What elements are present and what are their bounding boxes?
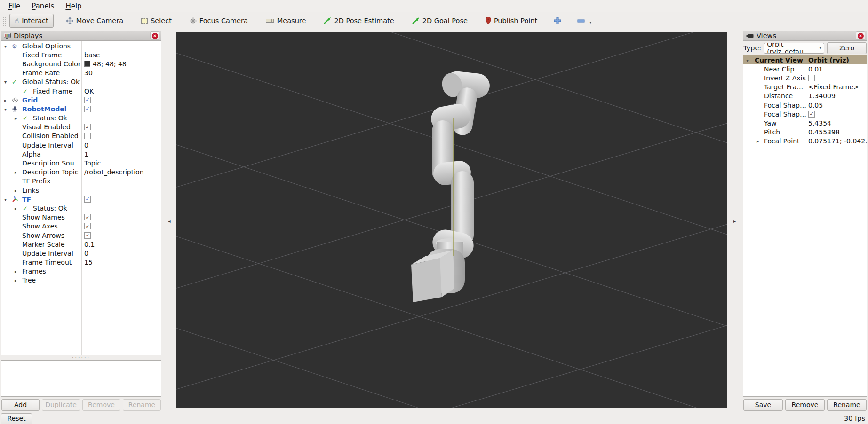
tree-row-distance[interactable]: Distance1.34009 bbox=[743, 92, 867, 101]
tool-2d-goal-pose[interactable]: 2D Goal Pose bbox=[407, 14, 473, 27]
expand-expander-icon[interactable]: ▸ bbox=[4, 97, 7, 102]
views-remove-button[interactable]: Remove bbox=[785, 399, 825, 411]
checkbox-tf[interactable]: ✓ bbox=[84, 196, 91, 203]
views-save-button[interactable]: Save bbox=[743, 399, 783, 411]
tree-row-target-fra[interactable]: Target Fra…<Fixed Frame> bbox=[743, 83, 867, 92]
tree-row-update-interval[interactable]: Update Interval0 bbox=[1, 249, 161, 258]
zoom-plus-button[interactable] bbox=[550, 14, 565, 27]
tree-row-robotmodel[interactable]: ▾RobotModel✓ bbox=[1, 104, 161, 113]
checkbox-visual-enabled[interactable]: ✓ bbox=[84, 124, 91, 130]
tree-row-frames[interactable]: ▸Frames bbox=[1, 267, 161, 276]
menu-help[interactable]: Help bbox=[61, 1, 86, 11]
tree-row-alpha[interactable]: Alpha1 bbox=[1, 149, 161, 158]
tool-measure[interactable]: Measure bbox=[261, 14, 311, 27]
property-label: Frames bbox=[22, 267, 46, 275]
tree-row-status-ok[interactable]: ▸✓Status: Ok bbox=[1, 114, 161, 123]
checkbox-grid[interactable]: ✓ bbox=[84, 97, 91, 103]
tree-row-frame-timeout[interactable]: Frame Timeout15 bbox=[1, 258, 161, 267]
tree-row-current-view[interactable]: ▾Current ViewOrbit (rviz) bbox=[743, 55, 867, 64]
tree-row-focal-shap[interactable]: Focal Shap…✓ bbox=[743, 110, 867, 118]
tree-row-focal-shap[interactable]: Focal Shap…0.05 bbox=[743, 101, 867, 110]
checkbox-invert-z-axis[interactable] bbox=[808, 75, 815, 81]
checkbox-collision-enabled[interactable] bbox=[84, 133, 91, 139]
checkbox-show-arrows[interactable]: ✓ bbox=[84, 232, 91, 239]
tree-row-visual-enabled[interactable]: Visual Enabled✓ bbox=[1, 123, 161, 132]
collapse-left-icon[interactable]: ◂ bbox=[168, 219, 170, 224]
view-type-dropdown[interactable]: Orbit (rviz_defau ▾ bbox=[764, 43, 824, 54]
expand-expander-icon[interactable]: ▸ bbox=[15, 205, 17, 211]
tree-row-marker-scale[interactable]: Marker Scale0.1 bbox=[1, 240, 161, 249]
tree-row-frame-rate[interactable]: Frame Rate30 bbox=[1, 69, 161, 78]
fps-counter: 30 fps bbox=[844, 415, 865, 422]
checkbox-show-names[interactable]: ✓ bbox=[84, 214, 91, 220]
collapse-expander-icon[interactable]: ▾ bbox=[4, 196, 7, 202]
views-close-button[interactable]: × bbox=[856, 31, 865, 40]
checkbox-robotmodel[interactable]: ✓ bbox=[84, 106, 91, 112]
check-icon: ✓ bbox=[23, 204, 28, 212]
expand-expander-icon[interactable]: ▸ bbox=[757, 139, 759, 144]
collapse-expander-icon[interactable]: ▾ bbox=[746, 57, 749, 63]
expand-expander-icon[interactable]: ▸ bbox=[15, 116, 17, 121]
views-rename-button[interactable]: Rename bbox=[827, 399, 867, 411]
property-value-cell: ✓ bbox=[84, 214, 91, 220]
property-value-cell: ✓ bbox=[84, 106, 91, 112]
tree-row-tree[interactable]: ▸Tree bbox=[1, 276, 161, 285]
tool-publish-point[interactable]: Publish Point bbox=[480, 14, 542, 27]
property-label: Grid bbox=[22, 96, 38, 104]
checkbox-show-axes[interactable]: ✓ bbox=[84, 223, 91, 229]
tree-row-links[interactable]: ▸Links bbox=[1, 186, 161, 195]
checkbox-focal-shap[interactable]: ✓ bbox=[808, 111, 815, 118]
tree-row-description-topic[interactable]: ▸Description Topic/robot_description bbox=[1, 168, 161, 177]
property-value-cell: /robot_description bbox=[84, 168, 144, 176]
tool-2d-pose-estimate[interactable]: 2D Pose Estimate bbox=[319, 14, 399, 27]
expand-expander-icon[interactable]: ▸ bbox=[15, 188, 17, 193]
tree-row-show-axes[interactable]: Show Axes✓ bbox=[1, 222, 161, 231]
toolbar-drag-handle[interactable] bbox=[3, 15, 7, 26]
right-splitter[interactable]: ▸ bbox=[727, 29, 742, 413]
zero-button[interactable]: Zero bbox=[827, 42, 867, 54]
expand-expander-icon[interactable]: ▸ bbox=[15, 278, 17, 283]
expand-expander-icon[interactable]: ▸ bbox=[15, 170, 17, 175]
tree-row-tf-prefix[interactable]: TF Prefix bbox=[1, 177, 161, 186]
tool-interact[interactable]: ☝Interact bbox=[9, 14, 54, 28]
tree-row-status-ok[interactable]: ▸✓Status: Ok bbox=[1, 204, 161, 212]
tree-row-pitch[interactable]: Pitch0.455398 bbox=[743, 128, 867, 137]
collapse-expander-icon[interactable]: ▾ bbox=[4, 106, 7, 111]
panel-splitter-handle[interactable]: ······ bbox=[1, 355, 161, 360]
tool-move-camera[interactable]: Move Camera bbox=[61, 14, 128, 27]
tree-row-near-clip[interactable]: Near Clip …0.01 bbox=[743, 64, 867, 73]
3d-viewport[interactable] bbox=[176, 32, 727, 408]
zoom-minus-button[interactable]: ▾ bbox=[573, 16, 589, 25]
tool-select[interactable]: Select bbox=[136, 14, 177, 27]
tree-row-show-arrows[interactable]: Show Arrows✓ bbox=[1, 231, 161, 240]
expand-expander-icon[interactable]: ▸ bbox=[15, 269, 17, 274]
collapse-right-icon[interactable]: ▸ bbox=[733, 219, 736, 224]
tree-row-collision-enabled[interactable]: Collision Enabled bbox=[1, 132, 161, 141]
displays-add-button[interactable]: Add bbox=[1, 399, 40, 411]
tree-row-global-options[interactable]: ▾⚙Global Options bbox=[1, 41, 161, 50]
tree-row-global-status-ok[interactable]: ▾✓Global Status: Ok bbox=[1, 78, 161, 86]
tool-focus-camera[interactable]: Focus Camera bbox=[184, 14, 253, 27]
collapse-expander-icon[interactable]: ▾ bbox=[4, 79, 7, 85]
property-value: 1 bbox=[84, 150, 88, 158]
tree-row-show-names[interactable]: Show Names✓ bbox=[1, 213, 161, 222]
tree-row-grid[interactable]: ▸Grid✓ bbox=[1, 95, 161, 104]
tree-row-focal-point[interactable]: ▸Focal Point0.075171; -0.042… bbox=[743, 137, 867, 146]
tree-row-tf[interactable]: ▾TF✓ bbox=[1, 195, 161, 204]
tree-row-fixed-frame[interactable]: ✓Fixed FrameOK bbox=[1, 86, 161, 95]
menu-panels[interactable]: Panels bbox=[27, 1, 59, 11]
collapse-expander-icon[interactable]: ▾ bbox=[4, 43, 7, 48]
tree-row-yaw[interactable]: Yaw5.4354 bbox=[743, 118, 867, 127]
tree-row-fixed-frame[interactable]: Fixed Framebase bbox=[1, 50, 161, 59]
color-swatch[interactable] bbox=[84, 61, 90, 67]
tree-row-invert-z-axis[interactable]: Invert Z Axis bbox=[743, 73, 867, 82]
tree-row-description-sou[interactable]: Description Sou…Topic bbox=[1, 158, 161, 167]
tree-row-update-interval[interactable]: Update Interval0 bbox=[1, 141, 161, 149]
left-splitter[interactable]: ◂ bbox=[162, 29, 176, 413]
displays-close-button[interactable]: × bbox=[150, 31, 159, 40]
grid-icon bbox=[12, 97, 18, 102]
reset-button[interactable]: Reset bbox=[1, 413, 32, 424]
tree-row-background-color[interactable]: Background Color48; 48; 48 bbox=[1, 59, 161, 68]
menu-file[interactable]: File bbox=[4, 1, 25, 11]
property-value-cell: ✓ bbox=[808, 111, 815, 118]
